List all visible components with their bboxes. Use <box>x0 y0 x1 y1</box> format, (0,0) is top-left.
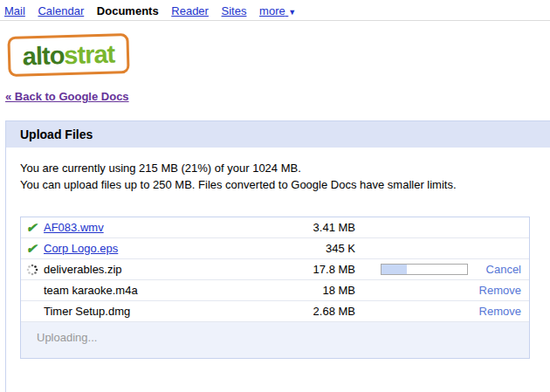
file-name-cell: Timer Setup.dmg <box>44 305 277 318</box>
nav-link-calendar[interactable]: Calendar <box>38 4 84 17</box>
upload-status-footer: Uploading... <box>21 322 529 358</box>
cancel-upload-link[interactable]: Cancel <box>486 263 521 276</box>
nav-link-reader[interactable]: Reader <box>171 4 209 17</box>
file-name-cell: AF083.wmv <box>44 221 277 234</box>
table-row-deliverables: deliverables.zip 17.8 MB Cancel <box>21 259 529 280</box>
usage-summary: You are currently using 215 MB (21%) of … <box>20 160 550 193</box>
check-icon: ✔ <box>25 242 39 255</box>
file-name-link[interactable]: AF083.wmv <box>44 221 104 234</box>
file-name-cell: deliverables.zip <box>44 263 277 276</box>
file-name: Timer Setup.dmg <box>44 305 130 318</box>
upload-file-table: ✔ AF083.wmv 3.41 MB ✔ Corp Logo.eps 345 … <box>20 217 530 359</box>
file-size: 3.41 MB <box>277 221 355 234</box>
dropdown-arrow-icon: ▼ <box>288 8 296 17</box>
file-size: 18 MB <box>277 284 355 297</box>
file-status-cell: ✔ <box>21 221 44 234</box>
altostrat-logo-text: altostrat <box>22 39 114 71</box>
remove-file-link[interactable]: Remove <box>479 305 521 318</box>
nav-link-more[interactable]: more ▼ <box>259 4 296 17</box>
action-cell: Cancel <box>478 263 529 276</box>
top-nav: Mail Calendar Documents Reader Sites mor… <box>0 0 550 21</box>
remove-file-link[interactable]: Remove <box>479 284 521 297</box>
panel-body: You are currently using 215 MB (21%) of … <box>6 148 550 359</box>
file-name-cell: team karaoke.m4a <box>44 284 277 297</box>
file-size: 345 K <box>277 242 355 255</box>
spinner-icon <box>26 264 38 276</box>
back-to-google-docs-link[interactable]: « Back to Google Docs <box>5 90 129 103</box>
nav-link-sites[interactable]: Sites <box>222 4 247 17</box>
check-icon: ✔ <box>25 221 39 234</box>
nav-link-mail[interactable]: Mail <box>4 4 25 17</box>
table-row-team-karaoke: team karaoke.m4a 18 MB Remove <box>21 280 529 301</box>
action-cell: Remove <box>478 305 529 318</box>
panel-title: Upload Files <box>6 121 550 148</box>
uploading-status-text: Uploading... <box>37 331 97 344</box>
progress-cell <box>355 264 478 275</box>
file-status-cell: ✔ <box>21 242 44 255</box>
file-name: deliverables.zip <box>44 263 122 276</box>
usage-line-2: You can upload files up to 250 MB. Files… <box>20 176 550 193</box>
file-status-cell <box>21 264 44 276</box>
file-name-link[interactable]: Corp Logo.eps <box>44 242 118 255</box>
table-row-timer-setup: Timer Setup.dmg 2.68 MB Remove <box>21 301 529 322</box>
upload-progress-fill <box>382 265 407 274</box>
upload-files-panel: Upload Files You are currently using 215… <box>5 120 550 392</box>
file-size: 2.68 MB <box>277 305 355 318</box>
table-row-af083: ✔ AF083.wmv 3.41 MB <box>21 217 529 238</box>
nav-item-documents-current: Documents <box>97 4 159 17</box>
altostrat-logo: altostrat <box>7 33 129 77</box>
file-name: team karaoke.m4a <box>44 284 138 297</box>
action-cell: Remove <box>478 284 529 297</box>
file-name-cell: Corp Logo.eps <box>44 242 277 255</box>
table-row-corp-logo: ✔ Corp Logo.eps 345 K <box>21 238 529 259</box>
usage-line-1: You are currently using 215 MB (21%) of … <box>20 160 550 176</box>
upload-progress-bar <box>381 264 468 275</box>
file-size: 17.8 MB <box>277 263 355 276</box>
